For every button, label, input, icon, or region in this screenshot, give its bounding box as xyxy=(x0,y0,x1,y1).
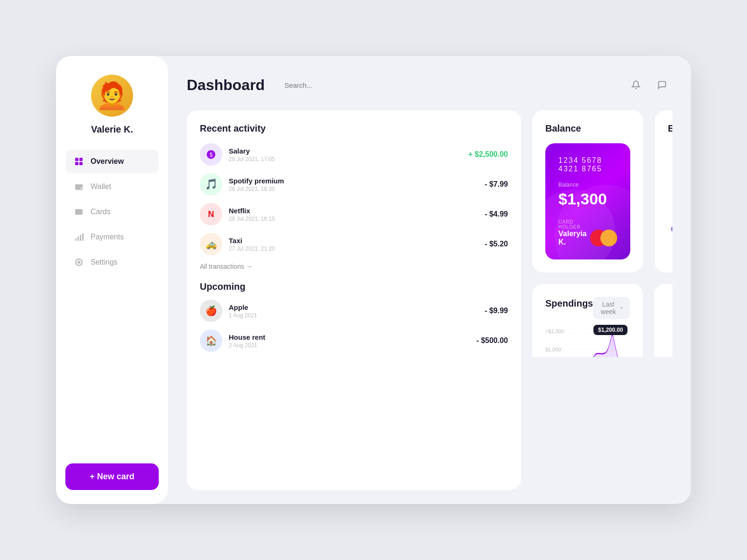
header-icons xyxy=(626,75,672,95)
svg-rect-0 xyxy=(75,158,78,161)
chart-y-labels: >$1,000 $1,000 $500 $0 xyxy=(545,329,569,357)
food-dot xyxy=(671,227,672,231)
cards-label: Cards xyxy=(91,208,111,216)
spotify-amount: - $7.99 xyxy=(485,180,508,189)
chart-tooltip: $1,200.00 xyxy=(593,325,627,335)
sidebar-item-cards[interactable]: Cards xyxy=(65,200,159,224)
svg-rect-9 xyxy=(75,238,77,241)
card-bottom: CARD HOLDER Valeryia K. xyxy=(558,219,617,246)
wallet-icon xyxy=(74,182,84,192)
svg-rect-11 xyxy=(80,235,81,241)
house-rent-info: House rent 2 Aug 2021 xyxy=(229,333,470,349)
mastercard-logo xyxy=(590,230,617,246)
expenses-title: Expenses xyxy=(668,123,672,134)
nav-menu: Overview Wallet xyxy=(65,150,159,274)
cards-icon xyxy=(74,207,84,217)
expenses-section: Expenses xyxy=(655,110,672,273)
recent-activity-title: Recent activity xyxy=(200,123,508,134)
svg-rect-5 xyxy=(75,184,83,186)
taxi-amount: - $5.20 xyxy=(485,240,508,248)
settings-label: Settings xyxy=(91,258,118,266)
all-transactions-link[interactable]: All transactions → xyxy=(200,263,508,270)
activity-list: $ Salary 28 Jul 2021, 17:05 + $2,500.00 … xyxy=(200,143,508,255)
upcoming-list: 🍎 Apple 1 Aug 2021 - $9.99 🏠 House rent … xyxy=(200,300,508,352)
svg-rect-10 xyxy=(78,237,79,241)
sidebar-item-settings[interactable]: Settings xyxy=(65,251,159,274)
notifications-button[interactable] xyxy=(626,75,646,95)
right-column: Recent activity $ Salary 28 Jul 2021, 1 xyxy=(187,110,521,490)
card-holder-name: Valeryia K. xyxy=(558,230,590,246)
chart-svg: $1,200.00 xyxy=(569,329,630,357)
balance-label: Balance xyxy=(558,182,617,188)
sidebar: 🧑‍🦰 Valerie K. Overview xyxy=(56,56,168,504)
settings-icon xyxy=(74,257,84,267)
spotify-info: Spotify premium 28 Jul 2021, 16:20 xyxy=(229,177,478,192)
payments-icon xyxy=(74,232,84,242)
avatar: 🧑‍🦰 xyxy=(91,75,133,117)
balance-amount: $1,300 xyxy=(558,190,617,208)
user-name: Valerie K. xyxy=(91,124,133,135)
header: Dashboard xyxy=(187,75,672,95)
wallet-label: Wallet xyxy=(91,182,111,191)
salary-info: Salary 28 Jul 2021, 17:05 xyxy=(229,147,462,162)
svg-rect-3 xyxy=(79,162,83,165)
messages-button[interactable] xyxy=(652,75,672,95)
sidebar-item-payments[interactable]: Payments xyxy=(65,225,159,249)
spendings-section: Spendings Last week >$1,000 xyxy=(532,284,643,357)
upcoming-item-house-rent: 🏠 House rent 2 Aug 2021 - $500.00 xyxy=(200,329,508,352)
sidebar-item-wallet[interactable]: Wallet xyxy=(65,175,159,198)
upcoming-title: Upcoming xyxy=(200,281,508,292)
activity-item-netflix: N Netflix 28 Jul 2021, 16:15 - $4.99 xyxy=(200,203,508,225)
credit-card: 1234 5678 4321 8765 Balance $1,300 CARD … xyxy=(545,143,630,259)
upcoming-item-apple: 🍎 Apple 1 Aug 2021 - $9.99 xyxy=(200,300,508,322)
sidebar-item-overview[interactable]: Overview xyxy=(65,150,159,173)
chart-area: >$1,000 $1,000 $500 $0 $1,200.00 xyxy=(545,329,630,357)
card-number: 1234 5678 4321 8765 xyxy=(558,156,617,173)
spotify-icon: 🎵 xyxy=(200,173,222,196)
svg-point-6 xyxy=(81,188,82,189)
app-container: 🧑‍🦰 Valerie K. Overview xyxy=(56,56,691,504)
svg-rect-1 xyxy=(79,158,83,161)
apple-icon: 🍎 xyxy=(200,300,222,322)
svg-text:$: $ xyxy=(210,152,213,158)
period-selector[interactable]: Last week xyxy=(593,297,630,319)
svg-point-13 xyxy=(78,261,80,264)
apple-amount: - $9.99 xyxy=(485,307,508,315)
budget-section: 65% You spent 65% of your monthly budget xyxy=(654,284,672,357)
activity-item-spotify: 🎵 Spotify premium 28 Jul 2021, 16:20 - $… xyxy=(200,173,508,196)
spendings-header: Spendings Last week xyxy=(545,297,630,319)
new-card-button[interactable]: + New card xyxy=(65,463,159,490)
svg-rect-2 xyxy=(75,162,78,165)
overview-label: Overview xyxy=(91,157,124,166)
activity-item-taxi: 🚕 Taxi 27 Jul 2021, 21:20 - $5.20 xyxy=(200,233,508,255)
netflix-icon: N xyxy=(200,203,222,225)
salary-icon: $ xyxy=(200,143,222,166)
svg-rect-8 xyxy=(75,211,83,212)
house-rent-amount: - $500.00 xyxy=(476,336,508,345)
salary-amount: + $2,500.00 xyxy=(468,150,508,159)
netflix-info: Netflix 28 Jul 2021, 16:15 xyxy=(229,207,478,222)
legend-food: Food $560 xyxy=(671,225,672,241)
page-title: Dashboard xyxy=(187,77,265,94)
overview-icon xyxy=(74,156,84,167)
balance-section: Balance 1234 5678 4321 8765 Balance $1,3… xyxy=(532,110,643,273)
mc-red-circle xyxy=(590,230,607,246)
card-holder-label: CARD HOLDER xyxy=(558,219,590,230)
payments-label: Payments xyxy=(91,233,124,241)
balance-title: Balance xyxy=(545,123,630,134)
main-content: Dashboard xyxy=(168,56,691,504)
activity-item-salary: $ Salary 28 Jul 2021, 17:05 + $2,500.00 xyxy=(200,143,508,166)
expense-legend: Food $560 Health $330 xyxy=(668,225,672,241)
apple-info: Apple 1 Aug 2021 xyxy=(229,303,478,319)
taxi-info: Taxi 27 Jul 2021, 21:20 xyxy=(229,237,478,252)
search-input[interactable] xyxy=(274,76,386,95)
taxi-icon: 🚕 xyxy=(200,233,222,255)
house-icon: 🏠 xyxy=(200,329,222,352)
svg-rect-12 xyxy=(82,233,84,241)
mc-orange-circle xyxy=(600,230,617,246)
spendings-title: Spendings xyxy=(545,298,593,309)
donut-chart: $1,200 Total xyxy=(668,143,672,218)
netflix-amount: - $4.99 xyxy=(485,210,508,218)
